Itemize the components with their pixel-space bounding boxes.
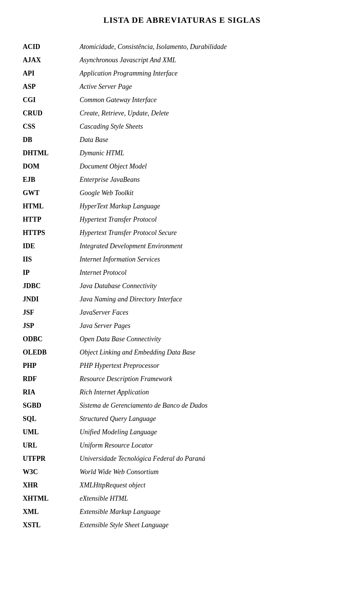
list-item: IPInternet Protocol bbox=[23, 266, 341, 279]
acronym-abbreviation: JSP bbox=[23, 319, 80, 333]
acronym-abbreviation: CSS bbox=[23, 120, 80, 133]
acronym-definition: Hypertext Transfer Protocol Secure bbox=[80, 226, 341, 240]
acronym-definition: XMLHttpRequest object bbox=[80, 479, 341, 492]
acronym-abbreviation: IP bbox=[23, 266, 80, 279]
acronym-definition: Sistema de Gerenciamento de Banco de Dad… bbox=[80, 399, 341, 412]
list-item: UTFPRUniversidade Tecnológica Federal do… bbox=[23, 452, 341, 465]
list-item: CRUDCreate, Retrieve, Update, Delete bbox=[23, 107, 341, 120]
acronym-definition: Create, Retrieve, Update, Delete bbox=[80, 107, 341, 120]
acronym-definition: HyperText Markup Language bbox=[80, 200, 341, 213]
acronym-definition: World Wide Web Consortium bbox=[80, 465, 341, 479]
list-item: URLUniform Resource Locator bbox=[23, 439, 341, 452]
acronym-abbreviation: HTTPS bbox=[23, 226, 80, 240]
list-item: EJBEnterprise JavaBeans bbox=[23, 173, 341, 186]
list-item: JDBCJava Database Connectivity bbox=[23, 279, 341, 293]
list-item: GWTGoogle Web Toolkit bbox=[23, 186, 341, 200]
list-item: ACIDAtomicidade, Consistência, Isolament… bbox=[23, 40, 341, 54]
acronym-abbreviation: CGI bbox=[23, 93, 80, 107]
list-item: DBData Base bbox=[23, 133, 341, 147]
acronym-abbreviation: API bbox=[23, 67, 80, 80]
acronym-abbreviation: DHTML bbox=[23, 147, 80, 160]
acronym-abbreviation: DOM bbox=[23, 160, 80, 173]
acronym-abbreviation: IDE bbox=[23, 240, 80, 253]
list-item: ASPActive Server Page bbox=[23, 80, 341, 93]
acronym-abbreviation: XML bbox=[23, 505, 80, 519]
acronym-definition: Enterprise JavaBeans bbox=[80, 173, 341, 186]
list-item: ODBCOpen Data Base Connectivity bbox=[23, 333, 341, 346]
list-item: XSTLExtensible Style Sheet Language bbox=[23, 519, 341, 532]
acronym-abbreviation: UTFPR bbox=[23, 452, 80, 465]
list-item: AJAXAsynchronous Javascript And XML bbox=[23, 54, 341, 67]
acronym-abbreviation: IIS bbox=[23, 253, 80, 266]
acronym-definition: Java Database Connectivity bbox=[80, 279, 341, 293]
list-item: JNDIJava Naming and Directory Interface bbox=[23, 293, 341, 306]
acronym-abbreviation: SGBD bbox=[23, 399, 80, 412]
list-item: SQLStructured Query Language bbox=[23, 412, 341, 426]
acronym-definition: Java Server Pages bbox=[80, 319, 341, 333]
acronym-abbreviation: DB bbox=[23, 133, 80, 147]
acronym-definition: Internet Protocol bbox=[80, 266, 341, 279]
acronym-abbreviation: URL bbox=[23, 439, 80, 452]
acronym-definition: JavaServer Faces bbox=[80, 306, 341, 319]
acronym-definition: Atomicidade, Consistência, Isolamento, D… bbox=[80, 40, 341, 54]
acronym-definition: Integrated Development Environment bbox=[80, 240, 341, 253]
acronym-definition: PHP Hypertext Preprocessor bbox=[80, 359, 341, 372]
acronym-abbreviation: UML bbox=[23, 426, 80, 439]
list-item: XMLExtensible Markup Language bbox=[23, 505, 341, 519]
list-item: XHTML eXtensible HTML bbox=[23, 492, 341, 505]
acronym-abbreviation: ODBC bbox=[23, 333, 80, 346]
list-item: CGICommon Gateway Interface bbox=[23, 93, 341, 107]
list-item: HTTPSHypertext Transfer Protocol Secure bbox=[23, 226, 341, 240]
acronym-abbreviation: XHR bbox=[23, 479, 80, 492]
list-item: JSFJavaServer Faces bbox=[23, 306, 341, 319]
list-item: HTTPHypertext Transfer Protocol bbox=[23, 213, 341, 226]
acronym-definition: Application Programming Interface bbox=[80, 67, 341, 80]
acronym-definition: eXtensible HTML bbox=[80, 492, 341, 505]
acronym-definition: Resource Description Framework bbox=[80, 372, 341, 386]
acronym-definition: Extensible Markup Language bbox=[80, 505, 341, 519]
list-item: IISInternet Information Services bbox=[23, 253, 341, 266]
acronym-definition: Structured Query Language bbox=[80, 412, 341, 426]
acronym-definition: Common Gateway Interface bbox=[80, 93, 341, 107]
acronym-abbreviation: RDF bbox=[23, 372, 80, 386]
acronym-definition: Universidade Tecnológica Federal do Para… bbox=[80, 452, 341, 465]
list-item: HTMLHyperText Markup Language bbox=[23, 200, 341, 213]
acronym-abbreviation: AJAX bbox=[23, 54, 80, 67]
acronym-abbreviation: ASP bbox=[23, 80, 80, 93]
acronym-abbreviation: W3C bbox=[23, 465, 80, 479]
acronym-abbreviation: HTML bbox=[23, 200, 80, 213]
acronym-definition: Open Data Base Connectivity bbox=[80, 333, 341, 346]
list-item: W3C World Wide Web Consortium bbox=[23, 465, 341, 479]
acronym-definition: Document Object Model bbox=[80, 160, 341, 173]
acronym-abbreviation: JNDI bbox=[23, 293, 80, 306]
page-title: LISTA DE ABREVIATURAS E SIGLAS bbox=[23, 15, 341, 25]
acronym-abbreviation: HTTP bbox=[23, 213, 80, 226]
acronym-definition: Internet Information Services bbox=[80, 253, 341, 266]
acronym-abbreviation: XSTL bbox=[23, 519, 80, 532]
acronym-abbreviation: ACID bbox=[23, 40, 80, 54]
acronym-definition: Object Linking and Embedding Data Base bbox=[80, 346, 341, 359]
acronym-definition: Dymanic HTML bbox=[80, 147, 341, 160]
acronym-abbreviation: JSF bbox=[23, 306, 80, 319]
acronym-abbreviation: RIA bbox=[23, 386, 80, 399]
acronym-definition: Extensible Style Sheet Language bbox=[80, 519, 341, 532]
acronym-abbreviation: XHTML bbox=[23, 492, 80, 505]
acronym-definition: Active Server Page bbox=[80, 80, 341, 93]
list-item: XHRXMLHttpRequest object bbox=[23, 479, 341, 492]
acronym-definition: Cascading Style Sheets bbox=[80, 120, 341, 133]
acronym-definition: Unified Modeling Language bbox=[80, 426, 341, 439]
acronym-abbreviation: CRUD bbox=[23, 107, 80, 120]
acronym-abbreviation: GWT bbox=[23, 186, 80, 200]
acronym-definition: Asynchronous Javascript And XML bbox=[80, 54, 341, 67]
list-item: DOMDocument Object Model bbox=[23, 160, 341, 173]
list-item: UMLUnified Modeling Language bbox=[23, 426, 341, 439]
acronym-definition: Hypertext Transfer Protocol bbox=[80, 213, 341, 226]
list-item: IDEIntegrated Development Environment bbox=[23, 240, 341, 253]
acronym-definition: Rich Internet Application bbox=[80, 386, 341, 399]
acronym-definition: Uniform Resource Locator bbox=[80, 439, 341, 452]
list-item: RIARich Internet Application bbox=[23, 386, 341, 399]
acronym-abbreviation: EJB bbox=[23, 173, 80, 186]
acronym-abbreviation: OLEDB bbox=[23, 346, 80, 359]
list-item: RDFResource Description Framework bbox=[23, 372, 341, 386]
acronym-table: ACIDAtomicidade, Consistência, Isolament… bbox=[23, 40, 341, 532]
